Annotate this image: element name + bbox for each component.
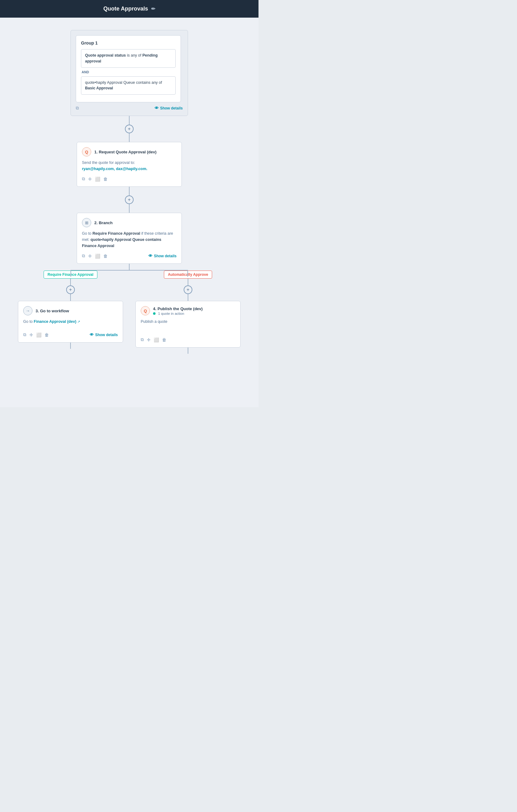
step-3-body: Go to Finance Approval (dev) ↗ (23, 318, 118, 325)
step-4-title-area: 4. Publish the Quote (dev) 1 quote in ac… (153, 307, 203, 315)
branch-left: Require Finance Approval + → 3. Go to wo… (18, 270, 123, 349)
step-1-body-text: Send the quote for approval to: (82, 160, 177, 166)
trigger-block: Group 1 Quote approval status is any of … (70, 30, 188, 116)
branch-columns: Require Finance Approval + → 3. Go to wo… (18, 270, 240, 354)
branch-left-vert (70, 279, 71, 285)
branch-h-line (70, 270, 188, 270)
eye-icon: 👁 (154, 106, 159, 110)
branch-left-vert2 (70, 294, 71, 301)
step-3-link[interactable]: Finance Approval (dev) (34, 319, 76, 324)
condition-2-value: Basic Approval (85, 86, 113, 90)
step-1-block: Q 1. Request Quote Approval (dev) Send t… (77, 142, 182, 187)
trash-icon-s2[interactable]: 🗑 (103, 254, 108, 259)
clone-icon-s4[interactable]: ⬜ (154, 337, 159, 342)
step-4-status: 1 quote in action (153, 312, 203, 315)
step-4-icons: ⧉ ✛ ⬜ 🗑 (141, 337, 166, 342)
copy-icon-s2[interactable]: ⧉ (82, 253, 85, 259)
copy-icon-s4[interactable]: ⧉ (141, 337, 144, 342)
branch-left-drop (70, 270, 71, 277)
step-2-body-plain: Go to (82, 231, 92, 236)
eye-icon-s2: 👁 (148, 254, 152, 258)
show-details-step2[interactable]: 👁 Show details (148, 254, 177, 258)
add-button-left[interactable]: + (66, 285, 75, 294)
clone-icon-s2[interactable]: ⬜ (95, 254, 100, 259)
external-icon: ↗ (77, 320, 80, 323)
step-4-title: 4. Publish the Quote (dev) (153, 307, 203, 311)
step-2-header: ⊞ 2. Branch (82, 218, 177, 227)
workflow-canvas: Group 1 Quote approval status is any of … (0, 18, 258, 407)
step-2-block: ⊞ 2. Branch Go to Require Finance Approv… (77, 213, 182, 264)
step-3-footer: ⧉ ✛ ⬜ 🗑 👁 Show details (23, 332, 118, 337)
step-3-block: → 3. Go to workflow Go to Finance Approv… (18, 301, 123, 343)
step-2-title: 2. Branch (94, 221, 113, 225)
branch-top-line (129, 264, 130, 270)
step-4-body: Publish a quote (141, 318, 235, 325)
step-2-body-bold1: Require Finance Approval (92, 231, 140, 236)
condition-1-field: Quote approval status (85, 53, 126, 58)
step-1-icons: ⧉ ✛ ⬜ 🗑 (82, 176, 108, 181)
step-1-body: Send the quote for approval to: ryan@hap… (82, 160, 177, 172)
branch-right-vert2 (188, 294, 188, 301)
condition-1[interactable]: Quote approval status is any of Pending … (81, 49, 176, 68)
trash-icon-s3[interactable]: 🗑 (45, 332, 49, 337)
step-4-footer: ⧉ ✛ ⬜ 🗑 (141, 337, 235, 342)
step-4-plain: Publish a quote (141, 319, 167, 324)
status-dot (153, 312, 155, 315)
copy-icon-s3[interactable]: ⧉ (23, 332, 26, 337)
step-2-body-bold2: quote•hapily Approval Queue contains Fin… (82, 237, 162, 248)
step-1-emails: ryan@hapily.com, dax@hapily.com. (82, 166, 177, 172)
connector-2: + (125, 187, 134, 213)
line-3 (129, 187, 130, 196)
step-3-icon: → (23, 306, 32, 315)
step-3-plain: Go to (23, 319, 34, 324)
step-1-title: 1. Request Quote Approval (dev) (94, 150, 156, 154)
branch-right-drop (188, 270, 188, 277)
trash-icon-s1[interactable]: 🗑 (103, 177, 108, 181)
condition-2[interactable]: quote•hapily Approval Queue contains any… (81, 76, 176, 95)
move-icon-s4[interactable]: ✛ (147, 337, 151, 342)
clone-icon-s3[interactable]: ⬜ (36, 332, 41, 337)
connector-1: + (125, 116, 134, 142)
add-button-right[interactable]: + (184, 285, 192, 294)
step-1-footer: ⧉ ✛ ⬜ 🗑 (82, 176, 177, 181)
eye-icon-s3: 👁 (90, 332, 94, 337)
step4-bottom-line (188, 348, 188, 354)
move-icon-s1[interactable]: ✛ (88, 177, 92, 181)
step-1-icon: Q (82, 147, 91, 156)
trash-icon-s4[interactable]: 🗑 (162, 337, 166, 342)
step-2-icon: ⊞ (82, 218, 91, 227)
step3-bottom-line (70, 343, 71, 349)
trigger-footer: ⧉ 👁 Show details (76, 106, 183, 111)
copy-icon[interactable]: ⧉ (76, 106, 79, 111)
edit-icon[interactable]: ✏ (151, 6, 155, 12)
clone-icon-s1[interactable]: ⬜ (95, 177, 100, 181)
branch-split: Require Finance Approval + → 3. Go to wo… (18, 264, 240, 354)
step-3-title: 3. Go to workflow (35, 309, 69, 313)
line-4 (129, 204, 130, 213)
show-details-trigger[interactable]: 👁 Show details (154, 106, 183, 110)
app-header: Quote Approvals ✏ (0, 0, 258, 18)
step-4-header: Q 4. Publish the Quote (dev) 1 quote in … (141, 306, 235, 315)
show-details-step3[interactable]: 👁 Show details (90, 332, 118, 337)
copy-icon-s1[interactable]: ⧉ (82, 176, 85, 181)
group-title: Group 1 (81, 40, 176, 46)
line-2 (129, 133, 130, 142)
header-title: Quote Approvals (103, 6, 148, 12)
branch-right-vert (188, 279, 188, 285)
branch-right: Automatically Approve + Q 4. Publish the… (136, 270, 240, 354)
step-3-header: → 3. Go to workflow (23, 306, 118, 315)
trigger-footer-icons: ⧉ (76, 106, 79, 111)
step-2-icons: ⧉ ✛ ⬜ 🗑 (82, 253, 108, 259)
step-4-icon: Q (141, 306, 150, 315)
step-4-block: Q 4. Publish the Quote (dev) 1 quote in … (136, 301, 240, 348)
add-button-1[interactable]: + (125, 125, 134, 133)
condition-2-text: quote•hapily Approval Queue contains any… (85, 80, 162, 85)
move-icon-s2[interactable]: ✛ (88, 254, 92, 259)
condition-1-operator: is any of (127, 53, 142, 58)
add-button-2[interactable]: + (125, 196, 134, 204)
step-4-status-text: 1 quote in action (158, 312, 184, 315)
and-label: AND (81, 70, 176, 74)
step-2-body: Go to Require Finance Approval if these … (82, 230, 177, 249)
move-icon-s3[interactable]: ✛ (29, 332, 33, 337)
step-1-header: Q 1. Request Quote Approval (dev) (82, 147, 177, 156)
